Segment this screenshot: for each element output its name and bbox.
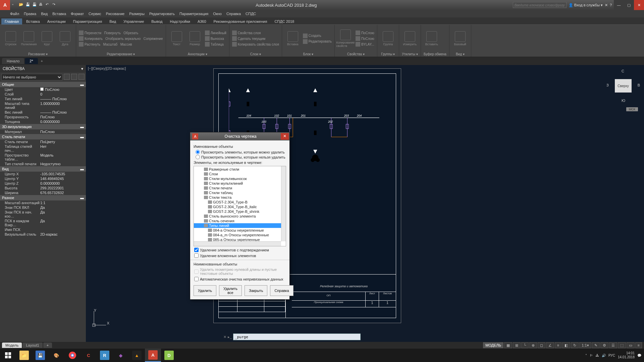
qat-saveas-icon[interactable]: 💾	[32, 2, 38, 8]
hardware-icon[interactable]: ⬚	[618, 342, 626, 348]
selection-combo[interactable]: Ничего не выбрано	[1, 74, 62, 80]
dialog-close-button[interactable]: ✕	[281, 133, 289, 140]
layout-add[interactable]: +	[43, 343, 52, 348]
ribbon-button[interactable]: Вставить	[424, 31, 440, 46]
ribbon-tab[interactable]: Аннотации	[44, 18, 69, 24]
lineweight-icon[interactable]: ≡	[555, 342, 561, 348]
customize-icon[interactable]: ≡	[635, 342, 642, 348]
prop-row[interactable]: Визуальный стиль2D-каркас	[0, 232, 86, 237]
ribbon-small-button[interactable]: BYLAY...	[356, 42, 374, 47]
doc-tab[interactable]: Начало	[2, 58, 24, 64]
help-icon[interactable]: ?	[610, 3, 612, 7]
qat-undo-icon[interactable]: ↶	[46, 2, 51, 8]
tree-item[interactable]: Размерные стили	[194, 167, 286, 172]
qat-save-icon[interactable]: 💾	[25, 2, 31, 8]
tree-item[interactable]: Стили текста	[194, 195, 286, 200]
qat-redo-icon[interactable]: ↷	[52, 2, 58, 8]
tree-vscroll[interactable]	[281, 166, 286, 241]
prop-row[interactable]: ПСК в каждом Вэкр…Да	[0, 219, 86, 227]
new-doc-tab[interactable]: +	[39, 59, 45, 63]
grid-icon[interactable]: ▦	[504, 342, 512, 348]
panel-close-icon[interactable]: ▾	[81, 66, 83, 71]
exchange-icon[interactable]: ✕	[605, 3, 608, 7]
purge-tree[interactable]: Размерные стилиСлоиСтили мультивыносокСт…	[194, 166, 286, 246]
ribbon-button[interactable]: Копирование свойств	[337, 29, 354, 48]
ribbon-button[interactable]: Текст	[169, 31, 185, 46]
ribbon-small-button[interactable]: ПоСлою	[356, 31, 374, 35]
ribbon-panel-label[interactable]: Слои ▾	[232, 52, 279, 56]
ribbon-small-button[interactable]: Перенести Повернуть Обрезать	[79, 31, 163, 35]
ribbon-button[interactable]: Отрезок	[3, 31, 19, 46]
ribbon-button[interactable]: Полилиния	[21, 31, 37, 46]
prop-section-header[interactable]: 3D-визуализация▬	[0, 124, 86, 129]
minimize-button[interactable]: —	[614, 0, 624, 10]
doc-tab[interactable]: 2*	[25, 58, 38, 64]
ribbon-tab[interactable]: Вставка	[23, 18, 43, 24]
qat-open-icon[interactable]: 📂	[19, 2, 24, 8]
ribbon-small-button[interactable]: Свойства слоя	[232, 31, 279, 35]
modelspace-button[interactable]: МОДЕЛЬ	[483, 342, 503, 348]
menu-item[interactable]: Правка	[24, 12, 36, 16]
menu-item[interactable]: Параметризация	[179, 12, 208, 16]
command-input[interactable]	[233, 334, 361, 340]
taskbar-vs[interactable]: ◆	[113, 349, 129, 362]
ribbon-tab[interactable]: Управление	[120, 18, 147, 24]
workspace-icon[interactable]: ⚙	[600, 342, 608, 348]
ribbon-panel-label[interactable]: Свойства ▾	[337, 52, 374, 56]
taskbar-app2[interactable]: D	[161, 349, 177, 362]
help-button[interactable]: Справка	[270, 285, 293, 296]
menu-item[interactable]: Файл	[10, 12, 19, 16]
viewcube[interactable]: С Ю З В Сверху	[606, 69, 640, 103]
prop-row[interactable]: Пространство табли…Модель	[0, 153, 86, 162]
menu-item[interactable]: Окно	[213, 12, 222, 16]
ribbon-button[interactable]: Вставка	[285, 31, 301, 46]
prop-row[interactable]: Ширина676.65732832	[0, 190, 86, 195]
layout-tab-model[interactable]: Модель	[2, 343, 22, 348]
check-orphan[interactable]: Автоматическая очистка непривязанных дан…	[194, 277, 286, 281]
prop-row[interactable]: Тип стилей печатиНедоступно	[0, 162, 86, 166]
taskbar-autocad[interactable]: A	[145, 349, 161, 362]
taskbar-paint[interactable]: 🎨	[48, 349, 64, 362]
ribbon-small-button[interactable]: Создать	[303, 34, 332, 38]
tree-item[interactable]: GOST-2.304_Type-B_shrink	[194, 209, 286, 214]
wcs-label[interactable]: МСК	[626, 107, 638, 111]
prop-row[interactable]: Центр X-105.00174535	[0, 172, 86, 176]
taskbar-rstudio[interactable]: R	[97, 349, 113, 362]
ribbon-small-button[interactable]: Редактировать	[303, 39, 332, 44]
osnap-icon[interactable]: ◻	[538, 342, 545, 348]
tray-clock[interactable]: 14:0114.01.2018	[618, 351, 635, 359]
ribbon-panel-label[interactable]: Буфер обмена	[424, 52, 446, 56]
tray-notification-icon[interactable]: 💬	[637, 354, 641, 357]
signin-link[interactable]: 👤 Вход в службы ▾	[569, 3, 603, 7]
prop-row[interactable]: Толщина0.00000000	[0, 119, 86, 124]
prop-row[interactable]: ЦветПоСлою	[0, 87, 86, 92]
ribbon-tab[interactable]: Параметризация	[70, 18, 105, 24]
cycling-icon[interactable]: ↻	[571, 342, 579, 348]
prop-row[interactable]: Стиль печатиПоЦвету	[0, 139, 86, 144]
menu-item[interactable]: СПДС	[246, 12, 256, 16]
ribbon-small-button[interactable]: Копировать Отобразить зеркально Сопряжен…	[79, 36, 163, 41]
ribbon-panel-label[interactable]: Рисование ▾	[3, 52, 73, 56]
tray-network-icon[interactable]: 🖧	[596, 354, 599, 357]
isolate-icon[interactable]: ☰	[609, 342, 617, 348]
qat-new-icon[interactable]: ▫	[12, 2, 17, 8]
radio-can-purge[interactable]: Просмотреть элементы, которые можно удал…	[196, 150, 286, 154]
menu-item[interactable]: Формат	[71, 12, 84, 16]
prop-row[interactable]: МатериалПоСлою	[0, 129, 86, 134]
tree-item[interactable]: Стили печати	[194, 186, 286, 190]
ribbon-panel-label[interactable]: Блок ▾	[285, 52, 332, 56]
otrack-icon[interactable]: ∠	[546, 342, 554, 348]
taskbar-app[interactable]: 💾	[32, 349, 48, 362]
ribbon-small-button[interactable]: ПоСлою	[356, 36, 374, 41]
menu-item[interactable]: Сервис	[89, 12, 101, 16]
radio-cannot-purge[interactable]: Просмотреть элементы, которые нельзя уда…	[196, 155, 286, 159]
ribbon-panel-label[interactable]: Вид ▾	[452, 52, 468, 56]
ribbon-panel-label[interactable]: Группы ▾	[380, 52, 396, 56]
tree-item[interactable]: Типы линий	[194, 223, 286, 228]
prop-row[interactable]: Центр Y148.49849245	[0, 176, 86, 181]
pickadd-icon[interactable]	[71, 74, 77, 80]
ribbon-tab[interactable]: Вывод	[148, 18, 166, 24]
tree-hscroll[interactable]	[194, 241, 281, 246]
ribbon-small-button[interactable]: Таблица	[205, 42, 226, 47]
tree-item[interactable]: Стиль сечения	[194, 219, 286, 223]
